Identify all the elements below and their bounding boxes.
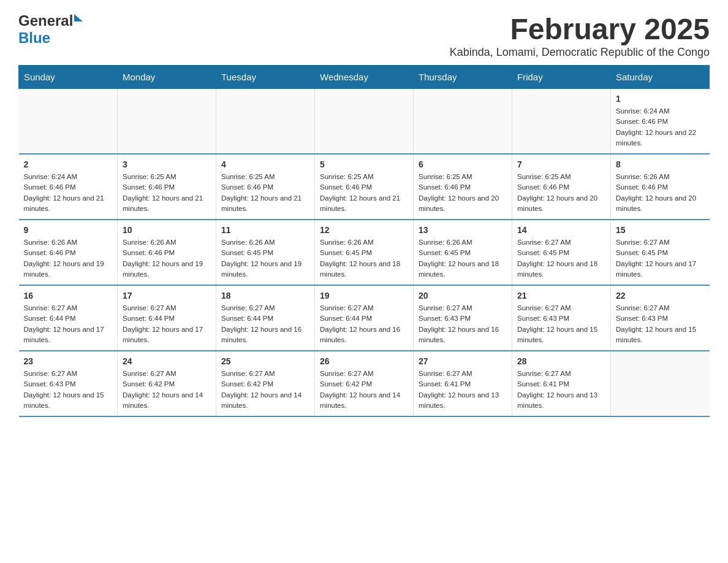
day-info: Sunrise: 6:27 AMSunset: 6:42 PMDaylight:…: [123, 369, 211, 411]
week-row-3: 9Sunrise: 6:26 AMSunset: 6:46 PMDaylight…: [19, 220, 710, 285]
day-info: Sunrise: 6:25 AMSunset: 6:46 PMDaylight:…: [123, 172, 211, 214]
day-info: Sunrise: 6:25 AMSunset: 6:46 PMDaylight:…: [320, 172, 408, 214]
day-info: Sunrise: 6:26 AMSunset: 6:46 PMDaylight:…: [123, 237, 211, 280]
calendar-cell: 3Sunrise: 6:25 AMSunset: 6:46 PMDaylight…: [118, 154, 216, 220]
calendar-cell: 18Sunrise: 6:27 AMSunset: 6:44 PMDayligh…: [216, 285, 315, 351]
day-info: Sunrise: 6:27 AMSunset: 6:45 PMDaylight:…: [616, 237, 705, 280]
week-row-1: 1Sunrise: 6:24 AMSunset: 6:46 PMDaylight…: [19, 89, 710, 155]
calendar-cell: [216, 89, 315, 155]
page-header: General Blue February 2025 Kabinda, Loma…: [18, 12, 710, 59]
calendar-cell: 24Sunrise: 6:27 AMSunset: 6:42 PMDayligh…: [118, 351, 216, 416]
calendar-cell: 25Sunrise: 6:27 AMSunset: 6:42 PMDayligh…: [216, 351, 315, 416]
weekday-header-row: Sunday Monday Tuesday Wednesday Thursday…: [19, 66, 710, 89]
calendar-cell: [118, 89, 216, 155]
calendar-cell: 23Sunrise: 6:27 AMSunset: 6:43 PMDayligh…: [19, 351, 118, 416]
day-number: 16: [24, 291, 113, 301]
day-info: Sunrise: 6:27 AMSunset: 6:44 PMDaylight:…: [320, 303, 408, 345]
logo-arrow-icon: [74, 14, 83, 21]
day-number: 15: [616, 225, 705, 235]
day-info: Sunrise: 6:27 AMSunset: 6:42 PMDaylight:…: [320, 369, 408, 411]
day-number: 2: [24, 159, 113, 169]
day-number: 3: [123, 159, 211, 169]
day-info: Sunrise: 6:27 AMSunset: 6:42 PMDaylight:…: [221, 369, 309, 411]
day-number: 1: [616, 94, 705, 104]
header-saturday: Saturday: [611, 66, 710, 89]
calendar-cell: 21Sunrise: 6:27 AMSunset: 6:43 PMDayligh…: [512, 285, 611, 351]
day-number: 11: [221, 225, 309, 235]
day-number: 28: [517, 356, 605, 366]
logo-blue-text: Blue: [18, 29, 50, 46]
day-number: 9: [24, 225, 113, 235]
calendar-cell: 2Sunrise: 6:24 AMSunset: 6:46 PMDaylight…: [19, 154, 118, 220]
day-number: 5: [320, 159, 408, 169]
day-info: Sunrise: 6:26 AMSunset: 6:45 PMDaylight:…: [320, 237, 408, 280]
calendar-cell: 10Sunrise: 6:26 AMSunset: 6:46 PMDayligh…: [118, 220, 216, 285]
calendar-cell: 6Sunrise: 6:25 AMSunset: 6:46 PMDaylight…: [414, 154, 512, 220]
day-info: Sunrise: 6:25 AMSunset: 6:46 PMDaylight:…: [221, 172, 309, 214]
week-row-2: 2Sunrise: 6:24 AMSunset: 6:46 PMDaylight…: [19, 154, 710, 220]
day-number: 24: [123, 356, 211, 366]
day-number: 4: [221, 159, 309, 169]
header-thursday: Thursday: [414, 66, 512, 89]
calendar-cell: [512, 89, 611, 155]
day-number: 23: [24, 356, 113, 366]
calendar-cell: 27Sunrise: 6:27 AMSunset: 6:41 PMDayligh…: [414, 351, 512, 416]
calendar-cell: 12Sunrise: 6:26 AMSunset: 6:45 PMDayligh…: [315, 220, 414, 285]
calendar-cell: 14Sunrise: 6:27 AMSunset: 6:45 PMDayligh…: [512, 220, 611, 285]
day-info: Sunrise: 6:27 AMSunset: 6:43 PMDaylight:…: [419, 303, 507, 345]
day-info: Sunrise: 6:26 AMSunset: 6:46 PMDaylight:…: [24, 237, 113, 280]
day-number: 6: [419, 159, 507, 169]
calendar-cell: 26Sunrise: 6:27 AMSunset: 6:42 PMDayligh…: [315, 351, 414, 416]
calendar-cell: 11Sunrise: 6:26 AMSunset: 6:45 PMDayligh…: [216, 220, 315, 285]
calendar-cell: 13Sunrise: 6:26 AMSunset: 6:45 PMDayligh…: [414, 220, 512, 285]
day-number: 13: [419, 225, 507, 235]
calendar-cell: 7Sunrise: 6:25 AMSunset: 6:46 PMDaylight…: [512, 154, 611, 220]
day-info: Sunrise: 6:26 AMSunset: 6:45 PMDaylight:…: [419, 237, 507, 280]
day-info: Sunrise: 6:27 AMSunset: 6:45 PMDaylight:…: [517, 237, 605, 280]
day-number: 14: [517, 225, 605, 235]
header-wednesday: Wednesday: [315, 66, 414, 89]
page-title: February 2025: [450, 12, 710, 46]
day-number: 18: [221, 291, 309, 301]
day-info: Sunrise: 6:26 AMSunset: 6:45 PMDaylight:…: [221, 237, 309, 280]
calendar-cell: 5Sunrise: 6:25 AMSunset: 6:46 PMDaylight…: [315, 154, 414, 220]
week-row-4: 16Sunrise: 6:27 AMSunset: 6:44 PMDayligh…: [19, 285, 710, 351]
calendar-cell: 8Sunrise: 6:26 AMSunset: 6:46 PMDaylight…: [611, 154, 710, 220]
day-info: Sunrise: 6:25 AMSunset: 6:46 PMDaylight:…: [517, 172, 605, 214]
day-info: Sunrise: 6:27 AMSunset: 6:43 PMDaylight:…: [616, 303, 705, 345]
day-info: Sunrise: 6:27 AMSunset: 6:44 PMDaylight:…: [123, 303, 211, 345]
header-monday: Monday: [118, 66, 216, 89]
calendar-cell: 16Sunrise: 6:27 AMSunset: 6:44 PMDayligh…: [19, 285, 118, 351]
day-number: 17: [123, 291, 211, 301]
logo-general-text: General: [18, 12, 73, 29]
day-info: Sunrise: 6:27 AMSunset: 6:43 PMDaylight:…: [24, 369, 113, 411]
day-info: Sunrise: 6:27 AMSunset: 6:43 PMDaylight:…: [517, 303, 605, 345]
calendar-cell: 4Sunrise: 6:25 AMSunset: 6:46 PMDaylight…: [216, 154, 315, 220]
day-number: 25: [221, 356, 309, 366]
calendar-cell: 15Sunrise: 6:27 AMSunset: 6:45 PMDayligh…: [611, 220, 710, 285]
day-info: Sunrise: 6:26 AMSunset: 6:46 PMDaylight:…: [616, 172, 705, 214]
day-number: 7: [517, 159, 605, 169]
day-number: 26: [320, 356, 408, 366]
day-info: Sunrise: 6:27 AMSunset: 6:41 PMDaylight:…: [419, 369, 507, 411]
calendar-cell: 19Sunrise: 6:27 AMSunset: 6:44 PMDayligh…: [315, 285, 414, 351]
calendar-cell: [414, 89, 512, 155]
page-subtitle: Kabinda, Lomami, Democratic Republic of …: [450, 46, 710, 59]
calendar-cell: 22Sunrise: 6:27 AMSunset: 6:43 PMDayligh…: [611, 285, 710, 351]
day-number: 20: [419, 291, 507, 301]
day-number: 22: [616, 291, 705, 301]
day-info: Sunrise: 6:27 AMSunset: 6:44 PMDaylight:…: [24, 303, 113, 345]
logo: General Blue: [18, 12, 83, 47]
week-row-5: 23Sunrise: 6:27 AMSunset: 6:43 PMDayligh…: [19, 351, 710, 416]
day-number: 12: [320, 225, 408, 235]
calendar-cell: [19, 89, 118, 155]
day-info: Sunrise: 6:27 AMSunset: 6:44 PMDaylight:…: [221, 303, 309, 345]
header-friday: Friday: [512, 66, 611, 89]
calendar-cell: 17Sunrise: 6:27 AMSunset: 6:44 PMDayligh…: [118, 285, 216, 351]
day-info: Sunrise: 6:27 AMSunset: 6:41 PMDaylight:…: [517, 369, 605, 411]
day-info: Sunrise: 6:24 AMSunset: 6:46 PMDaylight:…: [24, 172, 113, 214]
day-number: 19: [320, 291, 408, 301]
day-number: 21: [517, 291, 605, 301]
calendar-cell: [611, 351, 710, 416]
header-tuesday: Tuesday: [216, 66, 315, 89]
